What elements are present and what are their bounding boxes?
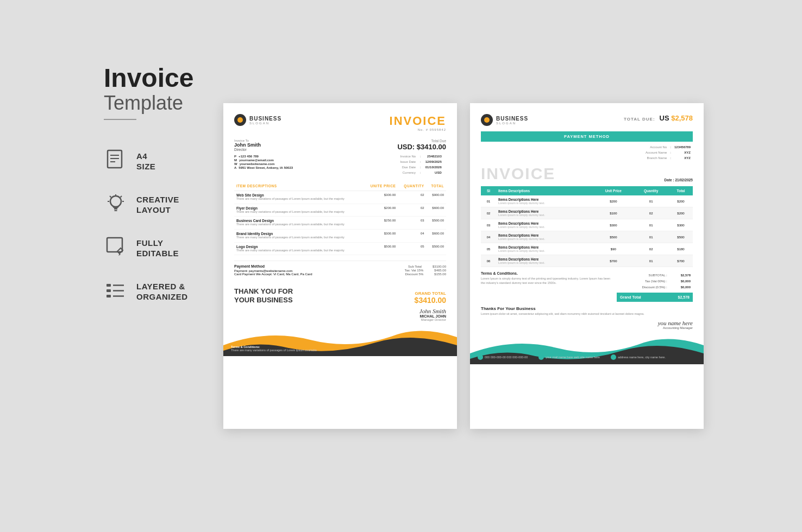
page-wrapper: Invoice Template A4Size <box>0 0 802 532</box>
inv2-header: BUSINESS SLOGAN TOTAL DUE: US $2,578 <box>481 114 693 126</box>
inv1-footer-content: THANK YOU FORYOUR BUSINESS GRAND TOTAL $… <box>234 283 446 307</box>
brand-circle-1 <box>234 114 246 126</box>
brand-name-1: BUSINESS <box>249 116 281 122</box>
brand-slogan-2: SLOGAN <box>496 122 528 125</box>
wave-terms: Terms & Conditions: There are many varia… <box>231 345 317 352</box>
brand-text-2: BUSINESS SLOGAN <box>496 116 528 125</box>
inv2-totals: SUBTOTAL :$2,578 Tax (Vat 00%) :$0,000 D… <box>617 271 693 302</box>
table-row: 06 Items Descriptions HereLorem ipsum is… <box>481 255 693 267</box>
feature-creative-label: CREATIVELAYOUT <box>136 194 179 216</box>
inv2-account-info: Account No:123456789 Account Name:XYZ Br… <box>481 144 693 161</box>
inv2-invoice-section: INVOICE Date : 21/02/2025 <box>481 166 693 182</box>
col-description-header: ITEM DESCRIPTIONS <box>234 181 364 191</box>
inv1-total-block: Total Due USD: $3410.00 <box>397 139 446 151</box>
sidebar-title-block: Invoice Template <box>104 65 196 124</box>
invoices-container: BUSINESS SLOGAN INVOICE No. # 0595842 In… <box>212 81 715 451</box>
invoice-page-2: BUSINESS SLOGAN TOTAL DUE: US $2,578 PAY… <box>470 103 704 429</box>
table-row: 01 Items Descriptions HereLorem ipsum is… <box>481 195 693 207</box>
svg-rect-16 <box>106 289 111 292</box>
inv2-payment-bar: PAYMENT METHOD <box>481 131 693 142</box>
svg-rect-14 <box>106 284 111 287</box>
svg-rect-18 <box>106 295 111 297</box>
inv1-title: INVOICE <box>390 114 446 128</box>
web-row: Wyourwebsitename.com <box>234 162 295 166</box>
inv1-title-block: INVOICE No. # 0595842 <box>390 114 446 131</box>
inv2-total-due: TOTAL DUE: US $2,578 <box>624 114 693 122</box>
table-row: Flyer DesignThere are many variations of… <box>234 204 446 217</box>
inv2-grand-total: Grand Total $2,578 <box>617 293 693 302</box>
inv1-payment-section: Payment Method Payment: payments@website… <box>234 261 446 280</box>
sidebar-divider <box>104 119 136 120</box>
address-row: A5951 West Street, Ankeny, IA 50023 <box>234 166 295 169</box>
table-row: 04 Items Descriptions HereLorem ipsum is… <box>481 231 693 243</box>
client-name: John Smith <box>234 142 295 148</box>
inv2-terms: Terms & Conditions. Lorem Ipsum is simpl… <box>481 271 611 302</box>
inv1-meta: Invoice No:25482103 Issue Date:12/09/202… <box>397 153 446 176</box>
svg-point-4 <box>110 196 121 207</box>
table-row: Brand Identity DesignThere are many vari… <box>234 230 446 243</box>
phone-row: P+123 456 789 <box>234 155 295 158</box>
inv1-payment-left: Payment Method Payment: payments@website… <box>234 264 312 276</box>
feature-a4-label: A4Size <box>136 151 155 172</box>
inv1-client-info: Invoice To John Smith Director P+123 456… <box>234 139 295 176</box>
inv1-thankyou: THANK YOU FORYOUR BUSINESS <box>234 287 293 304</box>
svg-line-11 <box>121 196 122 198</box>
client-role: Director <box>234 148 295 151</box>
table-row: Business Card DesignThere are many varia… <box>234 217 446 230</box>
wave-contact: 000 000-000-00 000 000-000-00 your mail … <box>478 354 696 360</box>
inv1-items-table: ITEM DESCRIPTIONS UNITE PRICE QUANTITY T… <box>234 181 446 255</box>
feature-creative: CREATIVELAYOUT <box>104 193 196 217</box>
feature-editable-label: FULLYEDITABLE <box>136 238 179 259</box>
inv1-number: No. # 0595842 <box>390 128 446 131</box>
brand-text-1: BUSINESS SLOGAN <box>249 116 281 125</box>
list-icon <box>104 280 128 303</box>
inv2-bottom: Terms & Conditions. Lorem Ipsum is simpl… <box>481 271 693 302</box>
inv1-grandtotal-block: GRAND TOTAL $3410.00 <box>415 291 446 305</box>
col-qty-header: QUANTITY <box>398 181 426 191</box>
inv2-date: Date : 21/02/2025 <box>665 178 693 182</box>
col-total-header: TOTAL <box>427 181 446 191</box>
sidebar: Invoice Template A4Size <box>87 0 212 325</box>
sidebar-title-main: Invoice <box>104 65 196 91</box>
inv1-payment-right: Sub Total$3100.00 Tax: Vat 15%$465.00 Di… <box>404 264 446 276</box>
sidebar-title-sub: Template <box>104 91 196 115</box>
brand-slogan-1: SLOGAN <box>249 122 281 125</box>
document-icon <box>104 149 128 173</box>
brand-name-2: BUSINESS <box>496 116 528 122</box>
inv2-body: BUSINESS SLOGAN TOTAL DUE: US $2,578 PAY… <box>470 103 704 332</box>
inv1-body: BUSINESS SLOGAN INVOICE No. # 0595842 In… <box>223 103 457 324</box>
svg-line-10 <box>110 196 111 198</box>
brand-circle-2 <box>481 114 493 126</box>
inv1-right-meta: Total Due USD: $3410.00 Invoice No:25482… <box>397 139 446 176</box>
feature-editable: FULLYEDITABLE <box>104 236 196 260</box>
email-row: Myourname@email.com <box>234 159 295 162</box>
brand-logo-2: BUSINESS SLOGAN <box>481 114 528 126</box>
brand-logo-1: BUSINESS SLOGAN <box>234 114 281 126</box>
table-row: 05 Items Descriptions HereLorem ipsum is… <box>481 243 693 255</box>
feature-a4: A4Size <box>104 149 196 173</box>
inv2-signature: you name here Accounting Manager <box>481 320 693 332</box>
inv1-client-row: Invoice To John Smith Director P+123 456… <box>234 139 446 176</box>
feature-layered: LAYERED &ORGANIZED <box>104 280 196 303</box>
svg-rect-12 <box>107 238 122 252</box>
lightbulb-icon <box>104 193 128 217</box>
invoice-page-1: BUSINESS SLOGAN INVOICE No. # 0595842 In… <box>223 103 457 429</box>
feature-layered-label: LAYERED &ORGANIZED <box>136 281 188 302</box>
inv2-wave-footer: 000 000-000-00 000 000-000-00 your mail … <box>470 332 704 364</box>
inv1-header: BUSINESS SLOGAN INVOICE No. # 0595842 <box>234 114 446 131</box>
inv2-items-table: Sl Items Descriptions Unit Price Quantit… <box>481 186 693 267</box>
col-price-header: UNITE PRICE <box>364 181 398 191</box>
inv1-signature: John Smith MICHAL JOHN Manager Director <box>234 308 446 324</box>
inv2-thanks: Thanks For Your Business Lorem ipsum dol… <box>481 306 693 316</box>
table-row: Web Site DesignThere are many variations… <box>234 191 446 204</box>
inv1-wave-footer: Terms & Conditions: There are many varia… <box>223 324 457 356</box>
pencil-icon <box>104 236 128 260</box>
table-row: 02 Items Descriptions HereLorem ipsum is… <box>481 207 693 219</box>
table-row: 03 Items Descriptions HereLorem ipsum is… <box>481 219 693 231</box>
table-row: Logo DesignThere are many variations of … <box>234 242 446 255</box>
